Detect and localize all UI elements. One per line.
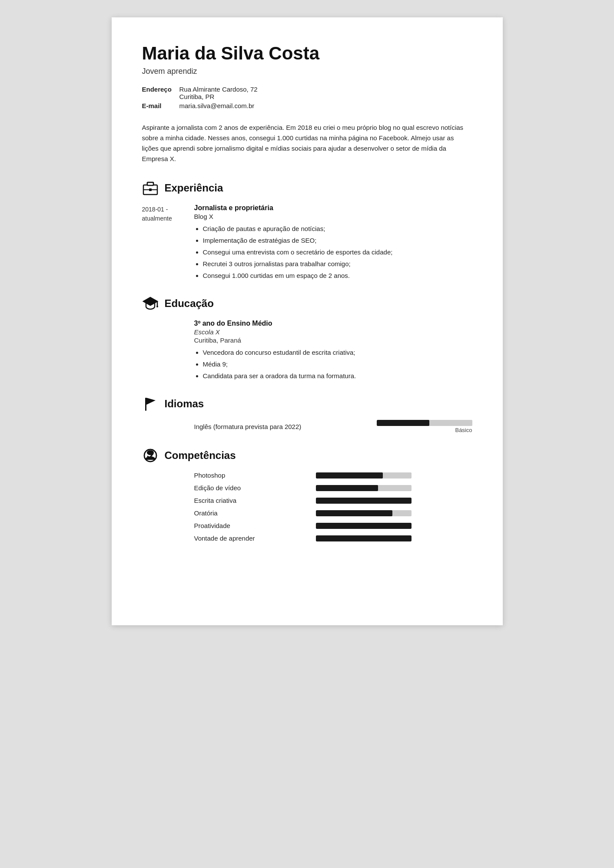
- comp-bar-proatividade: [316, 523, 412, 529]
- education-section: Educação 3º ano do Ensino Médio Escola X…: [142, 295, 472, 382]
- comp-bar-photoshop: [316, 472, 412, 479]
- language-name: Inglês (formatura prevista para 2022): [194, 423, 316, 430]
- language-entry: Inglês (formatura prevista para 2022) Bá…: [194, 420, 472, 433]
- address-row: Endereço Rua Almirante Cardoso, 72 Curit…: [142, 86, 472, 100]
- address-line1: Rua Almirante Cardoso, 72: [179, 86, 258, 93]
- edu-school: Escola X: [194, 328, 472, 336]
- summary-text: Aspirante a jornalista com 2 anos de exp…: [142, 122, 472, 164]
- comp-bar-fill-vontade: [316, 535, 412, 541]
- competencia-escrita: Escrita criativa: [194, 497, 472, 504]
- exp-bullet-4: Recrutei 3 outros jornalistas para traba…: [203, 258, 472, 270]
- competencia-photoshop: Photoshop: [194, 472, 472, 479]
- edu-bullet-2: Média 9;: [203, 358, 472, 370]
- edu-entry: 3º ano do Ensino Médio Escola X Curitiba…: [194, 320, 472, 382]
- competencias-header: Competências: [142, 447, 472, 464]
- exp-bullets: Criação de pautas e apuração de notícias…: [203, 223, 472, 281]
- address-line2: Curitiba, PR: [179, 93, 258, 100]
- full-name: Maria da Silva Costa: [142, 43, 320, 63]
- edu-location: Curitiba, Paraná: [194, 337, 472, 344]
- education-header: Educação: [142, 295, 472, 312]
- email-label: E-mail: [142, 102, 177, 109]
- competencia-name-edicao: Edição de vídeo: [194, 484, 316, 492]
- competencias-title: Competências: [165, 449, 236, 462]
- svg-rect-5: [149, 188, 152, 191]
- exp-date-end: atualmente: [142, 214, 194, 223]
- exp-job-title: Jornalista e proprietária: [194, 204, 472, 212]
- graduation-icon: [142, 295, 159, 312]
- svg-rect-3: [147, 182, 153, 185]
- languages-header: Idiomas: [142, 396, 472, 412]
- competencia-name-proatividade: Proatividade: [194, 522, 316, 529]
- competencia-name-vontade: Vontade de aprender: [194, 535, 316, 542]
- contact-block: Endereço Rua Almirante Cardoso, 72 Curit…: [142, 86, 472, 109]
- competencia-oratoria: Oratória: [194, 509, 472, 517]
- edu-bullets: Vencedora do concurso estudantil de escr…: [203, 347, 472, 382]
- exp-bullet-3: Consegui uma entrevista com o secretário…: [203, 246, 472, 258]
- edu-degree: 3º ano do Ensino Médio: [194, 320, 472, 327]
- job-title: Jovem aprendiz: [142, 67, 472, 76]
- flag-icon: [142, 396, 159, 412]
- competencia-vontade: Vontade de aprender: [194, 535, 472, 542]
- address-value: Rua Almirante Cardoso, 72 Curitiba, PR: [179, 86, 258, 100]
- language-bar-container: Básico: [316, 420, 472, 433]
- exp-dates: 2018-01 - atualmente: [142, 204, 194, 281]
- comp-bar-fill-edicao: [316, 485, 378, 491]
- competencia-edicao: Edição de vídeo: [194, 484, 472, 492]
- competencia-proatividade: Proatividade: [194, 522, 472, 529]
- exp-bullet-2: Implementação de estratégias de SEO;: [203, 234, 472, 246]
- svg-marker-11: [146, 398, 156, 405]
- experience-title: Experiência: [165, 182, 223, 194]
- experience-header: Experiência: [142, 180, 472, 196]
- education-title: Educação: [165, 297, 214, 310]
- email-value: maria.silva@email.com.br: [179, 102, 255, 109]
- exp-company: Blog X: [194, 213, 472, 220]
- experience-section: Experiência 2018-01 - atualmente Jornali…: [142, 180, 472, 281]
- languages-section: Idiomas Inglês (formatura prevista para …: [142, 396, 472, 433]
- header-block: Maria da Silva Costa: [142, 43, 472, 65]
- address-label: Endereço: [142, 86, 177, 93]
- svg-point-9: [156, 306, 158, 307]
- resume-page: Maria da Silva Costa Jovem aprendiz Ende…: [112, 17, 503, 625]
- comp-bar-escrita: [316, 498, 412, 504]
- svg-rect-10: [145, 398, 146, 411]
- comp-bar-fill-oratoria: [316, 510, 392, 516]
- comp-bar-fill-escrita: [316, 498, 412, 504]
- competencia-name-oratoria: Oratória: [194, 509, 316, 517]
- experience-entry: 2018-01 - atualmente Jornalista e propri…: [142, 204, 472, 281]
- exp-bullet-5: Consegui 1.000 curtidas em um espaço de …: [203, 270, 472, 281]
- comp-bar-fill-photoshop: [316, 472, 383, 479]
- edu-bullet-1: Vencedora do concurso estudantil de escr…: [203, 347, 472, 358]
- comp-bar-vontade: [316, 535, 412, 541]
- competencias-section: Competências Photoshop Edição de vídeo E…: [142, 447, 472, 542]
- language-level-label: Básico: [455, 427, 472, 433]
- language-bar-wrap: [377, 420, 472, 426]
- exp-bullet-1: Criação de pautas e apuração de notícias…: [203, 223, 472, 234]
- languages-title: Idiomas: [165, 398, 204, 410]
- competencia-name-escrita: Escrita criativa: [194, 497, 316, 504]
- comp-bar-fill-proatividade: [316, 523, 412, 529]
- competencias-icon: [142, 447, 159, 464]
- comp-bar-oratoria: [316, 510, 412, 516]
- language-bar-fill: [377, 420, 429, 426]
- exp-content: Jornalista e proprietária Blog X Criação…: [194, 204, 472, 281]
- edu-bullet-3: Candidata para ser a oradora da turma na…: [203, 370, 472, 382]
- briefcase-icon: [142, 180, 159, 196]
- exp-date-start: 2018-01 -: [142, 205, 194, 214]
- comp-bar-edicao: [316, 485, 412, 491]
- competencia-name-photoshop: Photoshop: [194, 472, 316, 479]
- email-row: E-mail maria.silva@email.com.br: [142, 102, 472, 109]
